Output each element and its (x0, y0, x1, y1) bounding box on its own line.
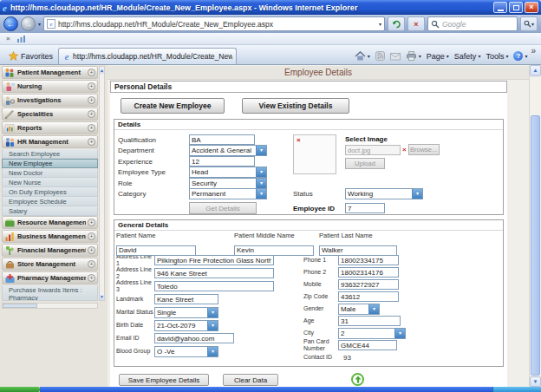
birth-date-select[interactable]: 21-Oct-2079▾ (154, 320, 218, 331)
read-mail-icon[interactable] (390, 52, 401, 61)
get-details-button[interactable]: Get Details (189, 202, 257, 214)
sidebar-scrollbar[interactable]: ▲ ▼ (99, 66, 105, 301)
experience-input[interactable] (189, 156, 255, 167)
qualification-input[interactable] (189, 134, 255, 145)
mobile-input[interactable] (338, 279, 399, 290)
landmark-input[interactable] (154, 294, 218, 304)
view-existing-details-button[interactable]: View Existing Details (242, 98, 349, 114)
address-line-2-input[interactable] (154, 268, 274, 278)
city-select[interactable]: 2▾ (338, 328, 406, 339)
restore-button[interactable] (509, 2, 523, 13)
employee-id-input[interactable] (345, 203, 385, 213)
sidebar-item-patient-management[interactable]: Patient Management + (2, 66, 98, 79)
sidebar-item-salary[interactable]: Salary (2, 206, 98, 216)
forward-button[interactable]: → (21, 16, 36, 31)
phone-2-input[interactable] (338, 267, 399, 278)
expand-icon[interactable]: + (88, 138, 95, 146)
marital-status-select[interactable]: Single▾ (154, 307, 218, 318)
search-input[interactable] (442, 20, 512, 29)
stop-button[interactable]: × (407, 16, 425, 31)
scroll-up-icon[interactable]: ▲ (100, 67, 104, 74)
sidebar-item-investigations[interactable]: Investigations + (2, 94, 98, 107)
sidebar-item-hr-management[interactable]: HR Management + (2, 135, 98, 148)
sidebar-item-business-management[interactable]: Business Management + (2, 230, 98, 243)
feeds-icon[interactable] (375, 51, 385, 61)
blood-group-select[interactable]: O -Ve▾ (154, 346, 218, 357)
expand-icon[interactable]: + (88, 232, 95, 240)
sidebar-item-search-employee[interactable]: Search Employee (2, 149, 98, 159)
zip-code-input[interactable] (338, 291, 399, 302)
clear-file-icon[interactable]: × (402, 146, 407, 154)
close-toolbar-icon[interactable]: × (6, 35, 10, 42)
history-dropdown-icon[interactable]: ▾ (38, 21, 41, 27)
sidebar-item-employee-schedule[interactable]: Employee Schedule (2, 197, 98, 206)
expand-icon[interactable]: + (88, 124, 95, 132)
expand-icon[interactable]: + (88, 274, 95, 282)
pan-card-number-input[interactable] (338, 340, 397, 350)
gender-select[interactable]: Male▾ (338, 304, 380, 315)
toolbar-overflow-button[interactable]: » (529, 45, 538, 56)
address-dropdown-icon[interactable]: ▾ (379, 21, 381, 27)
browse-button[interactable]: Browse... (408, 144, 440, 155)
department-select[interactable]: Accident & General▾ (189, 145, 267, 156)
sidebar-item-specialities[interactable]: Specialities + (2, 108, 98, 121)
patient-last-name-input[interactable] (319, 245, 397, 256)
sidebar-item-on-duty-employees[interactable]: On Duty Employees (2, 187, 98, 197)
patient-middle-name-input[interactable] (234, 245, 314, 256)
home-button[interactable]: ▾ (355, 51, 370, 61)
patient-name-input[interactable] (116, 245, 196, 256)
url-text[interactable]: http://hms.cloudapp.net/HR_Module/Create… (58, 20, 376, 29)
expand-icon[interactable]: + (88, 110, 95, 118)
back-button[interactable]: ← (3, 16, 18, 31)
help-menu[interactable]: ?▾ (513, 51, 527, 61)
sidebar-item-resource-management[interactable]: Resource Management + (2, 216, 98, 229)
save-employee-details-button[interactable]: Save Employee Details (119, 374, 209, 386)
scroll-up-icon[interactable]: ▲ (530, 65, 541, 76)
upload-button[interactable]: Upload (345, 158, 385, 169)
scroll-down-icon[interactable]: ▼ (530, 376, 541, 387)
address-line-3-input[interactable] (154, 281, 274, 291)
tools-menu[interactable]: Tools▾ (486, 52, 508, 61)
create-new-employee-button[interactable]: Create New Employee (121, 98, 225, 114)
expand-icon[interactable]: + (88, 260, 95, 268)
search-options-button[interactable]: ▾ (520, 16, 538, 31)
scrollbar-thumb[interactable] (3, 304, 37, 308)
expand-icon[interactable]: + (88, 96, 95, 104)
expand-icon[interactable]: + (88, 69, 95, 76)
scroll-to-top-button[interactable] (351, 373, 364, 386)
sidebar-item-nursing[interactable]: Nursing + (2, 80, 98, 93)
sidebar-item-financial-management[interactable]: Financial Management + (2, 244, 98, 257)
minimize-button[interactable] (493, 2, 507, 13)
favorites-button[interactable]: Favorites (3, 51, 58, 64)
scroll-down-icon[interactable]: ▼ (100, 293, 104, 300)
sidebar-item-new-nurse[interactable]: New Nurse (2, 178, 98, 187)
expand-icon[interactable]: + (88, 246, 95, 254)
sidebar-item-pharmacy-management[interactable]: Pharmacy Management + (2, 271, 98, 284)
sidebar-item-new-doctor[interactable]: New Doctor (2, 168, 98, 178)
safety-menu[interactable]: Safety▾ (454, 52, 481, 61)
vertical-scrollbar[interactable]: ▲ ▼ (529, 65, 541, 387)
sidebar-item-reports[interactable]: Reports + (2, 121, 98, 134)
clear-data-button[interactable]: Clear Data (223, 374, 278, 386)
expand-icon[interactable]: + (88, 82, 95, 90)
address-bar[interactable]: e http://hms.cloudapp.net/HR_Module/Crea… (43, 16, 385, 31)
start-button[interactable] (0, 387, 40, 392)
tab-active[interactable]: e http://hms.cloudapp.net/HR_Module/Crea… (58, 48, 237, 64)
search-box[interactable] (427, 16, 518, 31)
phone-1-input[interactable] (338, 255, 399, 265)
page-menu[interactable]: Page▾ (427, 52, 449, 61)
close-button[interactable]: × (525, 2, 538, 13)
employee-type-select[interactable]: Head▾ (189, 167, 267, 178)
sidebar-item-store-management[interactable]: Store Management + (2, 258, 98, 271)
role-select[interactable]: Security▾ (189, 178, 267, 189)
age-input[interactable] (338, 316, 401, 326)
sidebar-horizontal-scrollbar[interactable] (2, 303, 98, 309)
sidebar-item-purchase-inwards-items-pharmacy[interactable]: Purchase Inwards Items : Pharmacy (2, 285, 98, 301)
sidebar-item-new-employee[interactable]: New Employee (2, 159, 98, 168)
expand-icon[interactable]: + (88, 219, 95, 226)
category-select[interactable]: Permanent▾ (189, 188, 267, 199)
scrollbar-thumb[interactable] (531, 115, 540, 376)
quick-tabs-icon[interactable] (17, 35, 26, 42)
refresh-button[interactable] (388, 16, 405, 31)
email-id-input[interactable] (154, 333, 234, 343)
